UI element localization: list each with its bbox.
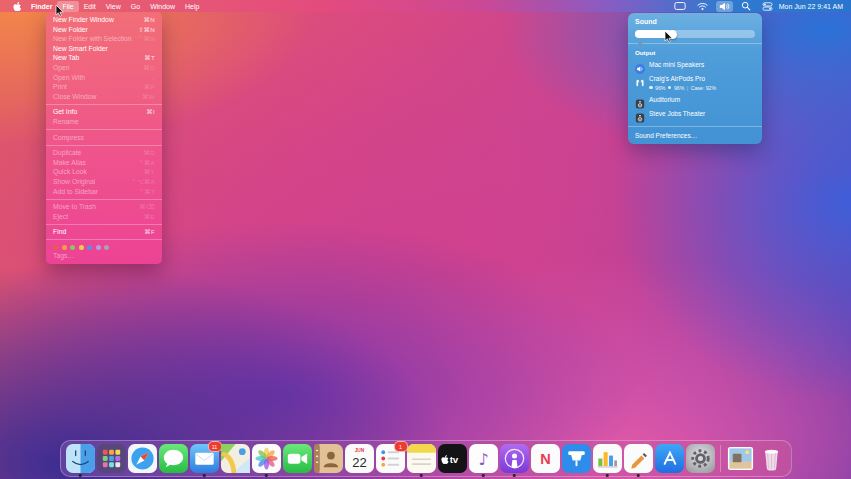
menu-item-new-folder[interactable]: New Folder⇧⌘N	[46, 25, 162, 35]
running-indicator-dot	[265, 474, 268, 477]
output-device-craig-s-airpods-pro[interactable]: Craig's AirPods Pro96%96%|Case: 92%	[634, 72, 756, 93]
output-device-auditorium[interactable]: Auditorium	[634, 93, 756, 107]
apple-menu[interactable]	[8, 1, 26, 12]
output-device-mac-mini-speakers[interactable]: Mac mini Speakers	[634, 58, 756, 72]
battery-divider: |	[687, 85, 688, 91]
running-indicator-dot	[513, 474, 516, 477]
dock-item-keynote[interactable]	[562, 444, 591, 473]
sysprefs-icon	[686, 444, 715, 473]
menu-help[interactable]: Help	[180, 1, 204, 12]
dock-item-photos[interactable]	[252, 444, 281, 473]
dock-item-messages[interactable]	[159, 444, 188, 473]
menu-item-label: Open	[53, 63, 70, 73]
dock-item-calendar[interactable]: JUN22	[345, 444, 374, 473]
dock-item-finder[interactable]	[66, 444, 95, 473]
keynote-icon	[562, 444, 591, 473]
tag-dot[interactable]	[53, 245, 58, 250]
menu-window[interactable]: Window	[145, 1, 180, 12]
screen-mirroring-icon[interactable]	[671, 0, 689, 12]
speaker-circle-icon	[635, 60, 645, 70]
output-device-steve-jobs-theater[interactable]: Steve Jobs Theater	[634, 107, 756, 121]
control-center-icon[interactable]	[759, 1, 776, 12]
dock-item-safari[interactable]	[128, 444, 157, 473]
spotlight-search-icon[interactable]	[738, 0, 754, 12]
svg-text:JUN: JUN	[354, 448, 364, 453]
tag-dot[interactable]	[62, 245, 67, 250]
menu-item-shortcut: ⌘P	[144, 82, 155, 92]
menu-item-label: Tags…	[53, 251, 74, 261]
dock-item-pages[interactable]	[624, 444, 653, 473]
tag-dot[interactable]	[79, 245, 84, 250]
wifi-icon[interactable]	[694, 1, 711, 12]
menu-item-compress: Compress	[46, 133, 162, 143]
menu-item-open: Open⌘O	[46, 63, 162, 73]
menu-item-shortcut: ⌃⌘A	[139, 158, 155, 168]
menu-item-find[interactable]: Find⌘F	[46, 227, 162, 237]
menu-finder[interactable]: Finder	[26, 1, 57, 12]
menu-item-open-with: Open With›	[46, 73, 162, 83]
menu-bar: FinderFileEditViewGoWindowHelp Mon Jun 2…	[0, 0, 851, 12]
safari-icon	[128, 444, 157, 473]
menu-bar-clock[interactable]: Mon Jun 22 9:41 AM	[779, 3, 843, 10]
messages-icon	[159, 444, 188, 473]
tag-dot[interactable]	[87, 245, 92, 250]
earbud-icon	[649, 86, 653, 90]
finder-icon	[66, 444, 95, 473]
svg-text:tv: tv	[449, 454, 458, 465]
menu-item-get-info[interactable]: Get Info⌘I	[46, 107, 162, 117]
tag-dot[interactable]	[104, 245, 109, 250]
menu-item-shortcut: ⌘E	[144, 212, 155, 222]
tag-dot[interactable]	[96, 245, 101, 250]
menu-item-shortcut: ⌘N	[144, 15, 155, 25]
trash-icon	[757, 444, 786, 473]
apple-logo-icon	[13, 1, 21, 12]
menu-go[interactable]: Go	[126, 1, 145, 12]
running-indicator-dot	[637, 474, 640, 477]
menu-view[interactable]: View	[101, 1, 126, 12]
dock-item-news[interactable]: N	[531, 444, 560, 473]
menu-item-shortcut: ⌘D	[144, 148, 155, 158]
dock-item-notes[interactable]	[407, 444, 436, 473]
dock-item-maps[interactable]	[221, 444, 250, 473]
dock-item-launchpad[interactable]	[97, 444, 126, 473]
menu-item-new-tab[interactable]: New Tab⌘T	[46, 53, 162, 63]
dock-item-app-store[interactable]	[655, 444, 684, 473]
menu-item-label: Compress	[53, 133, 84, 143]
menu-separator	[46, 199, 162, 200]
dock-item-podcasts[interactable]	[500, 444, 529, 473]
menu-item-label: Quick Look	[53, 167, 87, 177]
dock-item-numbers[interactable]	[593, 444, 622, 473]
volume-icon[interactable]	[716, 1, 733, 12]
airpods-battery-status: 96%96%|Case: 92%	[649, 85, 716, 91]
dock-item-mail[interactable]: 11	[190, 444, 219, 473]
dock-item-facetime[interactable]	[283, 444, 312, 473]
menu-item-new-smart-folder[interactable]: New Smart Folder	[46, 44, 162, 54]
dock-item-system-preferences[interactable]	[686, 444, 715, 473]
running-indicator-dot	[203, 474, 206, 477]
dock-item-photo-stack[interactable]	[726, 444, 755, 473]
svg-text:22: 22	[352, 455, 367, 470]
menu-edit[interactable]: Edit	[79, 1, 101, 12]
menu-item-label: Make Alias	[53, 158, 86, 168]
menu-item-rename: Rename	[46, 117, 162, 127]
dock-item-tv[interactable]: tv	[438, 444, 467, 473]
menu-item-label: Rename	[53, 117, 79, 127]
volume-slider[interactable]	[635, 30, 755, 38]
tag-dot[interactable]	[70, 245, 75, 250]
output-section-label: Output	[635, 49, 755, 56]
dock-item-trash[interactable]	[757, 444, 786, 473]
menu-item-shortcut: ⌘T	[144, 53, 155, 63]
dock-item-music[interactable]: ♪	[469, 444, 498, 473]
sound-preferences-link[interactable]: Sound Preferences…	[635, 132, 755, 139]
svg-text:♪: ♪	[478, 450, 488, 469]
menu-item-shortcut: ⌘I	[146, 107, 155, 117]
menu-item-label: Show Original	[53, 177, 95, 187]
case-battery: Case: 92%	[691, 85, 716, 91]
menu-separator	[46, 224, 162, 225]
menu-item-label: New Folder with Selection	[53, 34, 132, 44]
dock-item-contacts[interactable]	[314, 444, 343, 473]
device-name: Mac mini Speakers	[649, 60, 704, 70]
dock-item-reminders[interactable]: 1	[376, 444, 405, 473]
device-name: Auditorium	[649, 95, 680, 105]
mouse-cursor-volume-slider	[664, 31, 673, 44]
